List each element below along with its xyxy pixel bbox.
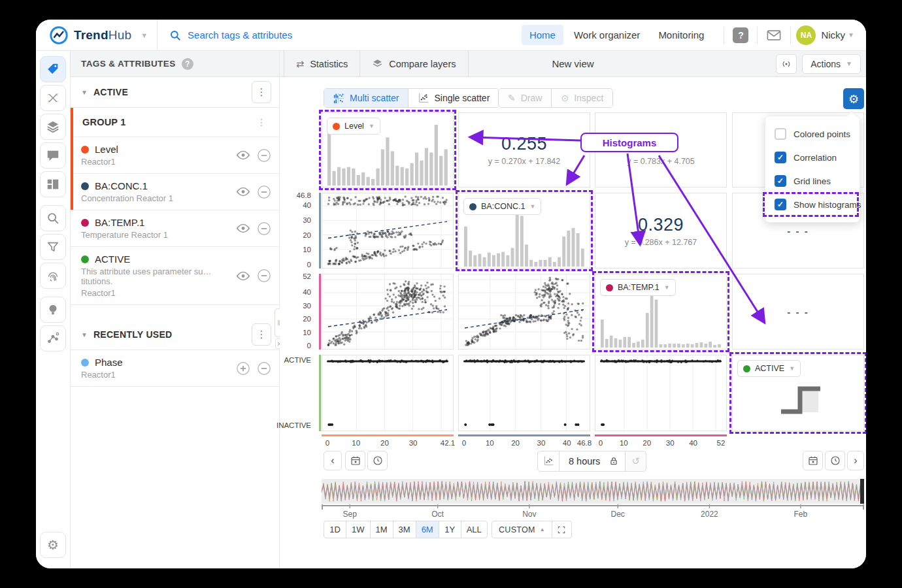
- tag-name: BA:TEMP.1: [95, 217, 144, 228]
- matrix-cell-temp-histogram[interactable]: BA:TEMP.1▼: [595, 274, 727, 350]
- tag-color-dot: [81, 255, 89, 263]
- matrix-cell-scatter-level-temp[interactable]: [322, 274, 454, 350]
- mail-button[interactable]: [763, 24, 785, 46]
- range-button-3m[interactable]: 3M: [393, 521, 416, 538]
- rail-layers-button[interactable]: [40, 114, 66, 140]
- nav-item-monitoring[interactable]: Monitoring: [650, 25, 712, 45]
- add-circle-icon[interactable]: [236, 361, 250, 376]
- actions-button[interactable]: Actions▼: [802, 54, 861, 74]
- conc-chip[interactable]: BA:CONC.1▼: [463, 198, 541, 215]
- option-show-histograms[interactable]: ✓ Show histograms: [765, 193, 860, 216]
- option-correlation[interactable]: ✓ Correlation: [765, 146, 860, 169]
- duration-display[interactable]: 8 hours: [560, 451, 626, 472]
- end-calendar-button[interactable]: [803, 451, 823, 470]
- brand[interactable]: TrendHub ▼: [36, 25, 157, 45]
- multi-scatter-tab[interactable]: Multi scatter: [324, 89, 408, 107]
- rail-recommendations-button[interactable]: [40, 297, 66, 323]
- rail-formulas-button[interactable]: ÷× +−: [40, 85, 66, 111]
- rail-filter-button[interactable]: [40, 234, 66, 260]
- tag-row-phase[interactable]: Phase Reactor1: [71, 350, 279, 386]
- range-button-1w[interactable]: 1W: [346, 521, 371, 538]
- rail-tags-button[interactable]: [40, 56, 66, 82]
- remove-circle-icon[interactable]: [257, 269, 271, 283]
- lock-icon[interactable]: [609, 456, 618, 466]
- fit-view-button[interactable]: [552, 521, 572, 538]
- pan-right-button[interactable]: ›: [847, 451, 864, 470]
- search-input[interactable]: [188, 29, 397, 41]
- range-button-1d[interactable]: 1D: [324, 521, 346, 538]
- rail-comments-button[interactable]: [40, 142, 66, 169]
- tab-statistics[interactable]: ⇄ Statistics: [284, 51, 360, 77]
- reset-time-button[interactable]: ↺: [626, 451, 646, 472]
- matrix-cell-strip-temp-active[interactable]: [595, 355, 727, 431]
- rail-search-button[interactable]: [40, 205, 66, 231]
- checkbox-checked-icon[interactable]: ✓: [775, 152, 786, 163]
- eye-icon[interactable]: [236, 223, 250, 233]
- checkbox-unchecked-icon[interactable]: [775, 128, 786, 140]
- checkbox-checked-icon[interactable]: ✓: [775, 175, 786, 187]
- draw-button[interactable]: ✎ Draw: [499, 89, 551, 107]
- tag-row-ba-conc-1[interactable]: BA:CONC.1 Concentration Reactor 1: [73, 174, 279, 210]
- rail-dashboard-button[interactable]: [40, 171, 66, 197]
- nav-item-work-organizer[interactable]: Work organizer: [566, 25, 648, 45]
- matrix-cell-strip-level-active[interactable]: [322, 355, 454, 431]
- matrix-cell-active-histogram[interactable]: ACTIVE▼: [732, 355, 864, 431]
- custom-range-button[interactable]: CUSTOM▲: [492, 521, 552, 538]
- collapse-chevron-icon[interactable]: ▼: [81, 89, 88, 96]
- user-menu[interactable]: NA Nicky ▼: [796, 25, 866, 45]
- broadcast-button[interactable]: [776, 54, 797, 74]
- collapse-chevron-icon[interactable]: ▼: [81, 331, 88, 338]
- scatter-view-button[interactable]: [537, 451, 560, 472]
- matrix-cell-conc-histogram[interactable]: BA:CONC.1▼: [458, 193, 590, 269]
- matrix-cell-scatter-level-conc[interactable]: [322, 193, 454, 269]
- matrix-cell-scatter-conc-temp[interactable]: [458, 274, 590, 350]
- tag-row-ba-temp-1[interactable]: BA:TEMP.1 Temperature Reactor 1: [71, 210, 279, 246]
- chevron-down-icon: ▼: [789, 365, 795, 372]
- eye-icon[interactable]: [236, 150, 250, 160]
- range-button-1m[interactable]: 1M: [370, 521, 393, 538]
- section-recent-menu-button[interactable]: ⋮: [252, 323, 271, 346]
- matrix-cell-strip-conc-active[interactable]: [458, 355, 590, 431]
- brand-chevron-down-icon[interactable]: ▼: [141, 31, 148, 39]
- end-time-button[interactable]: [825, 451, 845, 470]
- eye-icon[interactable]: [236, 187, 250, 197]
- remove-circle-icon[interactable]: [257, 148, 271, 163]
- level-chip[interactable]: Level▼: [327, 118, 380, 135]
- matrix-cell-corr-conc-temp[interactable]: 0.329 y = 0.286x + 12.767: [595, 193, 727, 269]
- range-button-all[interactable]: ALL: [461, 521, 488, 538]
- start-calendar-button[interactable]: [345, 451, 365, 470]
- panel-help-icon[interactable]: ?: [182, 58, 193, 70]
- matrix-cell-no-correlation[interactable]: - - -: [732, 274, 864, 350]
- remove-circle-icon[interactable]: [257, 185, 271, 199]
- active-chip[interactable]: ACTIVE▼: [737, 360, 801, 377]
- help-button[interactable]: ?: [729, 24, 752, 46]
- group-1-menu-button[interactable]: ⋮: [252, 117, 271, 127]
- start-time-button[interactable]: [367, 451, 388, 470]
- single-scatter-tab[interactable]: Single scatter: [408, 89, 499, 107]
- rail-fingerprint-button[interactable]: [40, 263, 66, 289]
- search-bar[interactable]: [158, 29, 522, 41]
- rail-context-button[interactable]: [40, 325, 66, 351]
- pan-left-button[interactable]: ‹: [324, 451, 342, 470]
- matrix-cell-corr-level-conc[interactable]: 0.255 y = 0.270x + 17.842: [458, 112, 590, 188]
- option-colored-points[interactable]: Colored points: [765, 122, 860, 146]
- rail-settings-button[interactable]: ⚙: [40, 532, 66, 558]
- tag-row-active[interactable]: ACTIVE This attribute uses parameter su……: [71, 247, 279, 304]
- remove-circle-icon[interactable]: [257, 361, 271, 376]
- nav-item-home[interactable]: Home: [522, 25, 563, 45]
- range-button-1y[interactable]: 1Y: [439, 521, 461, 538]
- section-active-menu-button[interactable]: ⋮: [252, 81, 271, 103]
- eye-icon[interactable]: [236, 271, 250, 281]
- option-grid-lines[interactable]: ✓ Grid lines: [765, 169, 860, 193]
- scatter-settings-button[interactable]: ⚙: [843, 88, 864, 109]
- inspect-button[interactable]: ⊙ Inspect: [551, 89, 612, 107]
- matrix-cell-level-histogram[interactable]: Level▼: [322, 112, 454, 188]
- range-button-6m[interactable]: 6M: [416, 521, 439, 538]
- temp-chip[interactable]: BA:TEMP.1▼: [600, 279, 676, 296]
- checkbox-checked-icon[interactable]: ✓: [775, 199, 786, 210]
- group-1-header[interactable]: GROUP 1 ⋮: [73, 108, 279, 137]
- tab-compare-layers[interactable]: Compare layers: [360, 51, 468, 77]
- remove-circle-icon[interactable]: [257, 221, 271, 236]
- tag-row-level[interactable]: Level Reactor1: [73, 137, 279, 173]
- context-timeline[interactable]: [322, 479, 864, 504]
